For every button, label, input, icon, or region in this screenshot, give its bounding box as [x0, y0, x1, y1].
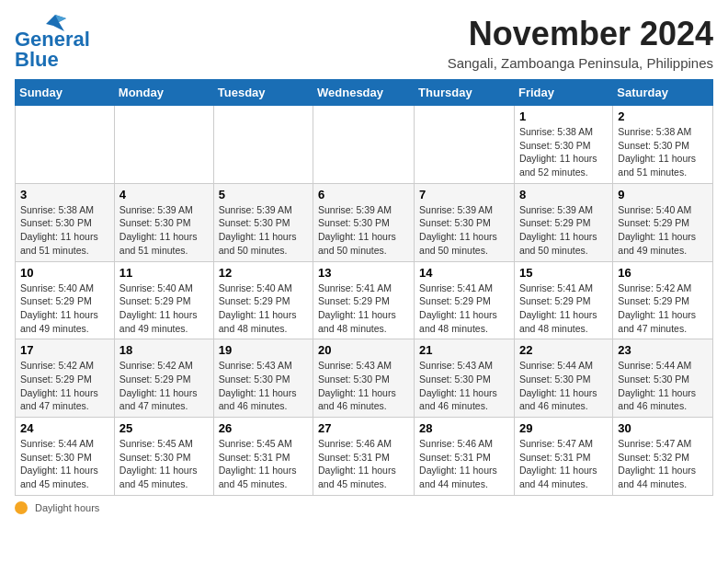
calendar-cell: 13Sunrise: 5:41 AM Sunset: 5:29 PM Dayli…: [313, 261, 415, 339]
calendar-cell: 9Sunrise: 5:40 AM Sunset: 5:29 PM Daylig…: [613, 183, 713, 261]
day-number: 10: [20, 266, 109, 280]
calendar-week-4: 17Sunrise: 5:42 AM Sunset: 5:29 PM Dayli…: [16, 339, 713, 418]
calendar-cell: 23Sunrise: 5:44 AM Sunset: 5:30 PM Dayli…: [613, 339, 713, 418]
day-number: 12: [219, 266, 308, 280]
day-number: 21: [419, 343, 509, 357]
calendar-cell: 15Sunrise: 5:41 AM Sunset: 5:29 PM Dayli…: [514, 261, 612, 339]
col-header-tuesday: Tuesday: [213, 80, 313, 106]
calendar-cell: 26Sunrise: 5:45 AM Sunset: 5:31 PM Dayli…: [213, 418, 313, 496]
calendar-cell: 18Sunrise: 5:42 AM Sunset: 5:29 PM Dayli…: [114, 339, 213, 418]
day-info: Sunrise: 5:38 AM Sunset: 5:30 PM Dayligh…: [618, 125, 708, 179]
day-info: Sunrise: 5:41 AM Sunset: 5:29 PM Dayligh…: [519, 282, 608, 336]
month-title: November 2024: [448, 15, 713, 53]
calendar-cell: 16Sunrise: 5:42 AM Sunset: 5:29 PM Dayli…: [613, 261, 713, 339]
col-header-saturday: Saturday: [613, 80, 713, 106]
sun-icon: [15, 501, 28, 514]
day-info: Sunrise: 5:38 AM Sunset: 5:30 PM Dayligh…: [519, 125, 608, 179]
day-info: Sunrise: 5:43 AM Sunset: 5:30 PM Dayligh…: [419, 359, 509, 413]
day-number: 1: [519, 109, 608, 123]
calendar-header-row: SundayMondayTuesdayWednesdayThursdayFrid…: [16, 80, 713, 106]
calendar-cell: 11Sunrise: 5:40 AM Sunset: 5:29 PM Dayli…: [114, 261, 213, 339]
calendar-cell: 12Sunrise: 5:40 AM Sunset: 5:29 PM Dayli…: [213, 261, 313, 339]
day-number: 7: [419, 188, 509, 201]
calendar-cell: 1Sunrise: 5:38 AM Sunset: 5:30 PM Daylig…: [514, 106, 612, 184]
day-info: Sunrise: 5:40 AM Sunset: 5:29 PM Dayligh…: [119, 282, 209, 336]
calendar-cell: 30Sunrise: 5:47 AM Sunset: 5:32 PM Dayli…: [613, 418, 713, 496]
day-info: Sunrise: 5:46 AM Sunset: 5:31 PM Dayligh…: [419, 437, 509, 491]
col-header-sunday: Sunday: [16, 80, 115, 106]
calendar-cell: 27Sunrise: 5:46 AM Sunset: 5:31 PM Dayli…: [313, 418, 415, 496]
day-info: Sunrise: 5:46 AM Sunset: 5:31 PM Dayligh…: [318, 437, 409, 491]
day-info: Sunrise: 5:42 AM Sunset: 5:29 PM Dayligh…: [119, 359, 209, 413]
calendar-cell: [213, 106, 313, 184]
location-subtitle: Sangali, Zamboanga Peninsula, Philippine…: [448, 55, 713, 71]
col-header-friday: Friday: [514, 80, 612, 106]
day-info: Sunrise: 5:41 AM Sunset: 5:29 PM Dayligh…: [318, 282, 409, 336]
calendar-cell: 28Sunrise: 5:46 AM Sunset: 5:31 PM Dayli…: [415, 418, 515, 496]
calendar-cell: 17Sunrise: 5:42 AM Sunset: 5:29 PM Dayli…: [16, 339, 115, 418]
day-number: 6: [318, 188, 409, 201]
day-number: 23: [618, 343, 708, 357]
calendar-cell: 24Sunrise: 5:44 AM Sunset: 5:30 PM Dayli…: [16, 418, 115, 496]
day-info: Sunrise: 5:44 AM Sunset: 5:30 PM Dayligh…: [618, 359, 708, 413]
calendar-week-3: 10Sunrise: 5:40 AM Sunset: 5:29 PM Dayli…: [16, 261, 713, 339]
day-number: 20: [318, 343, 409, 357]
day-info: Sunrise: 5:41 AM Sunset: 5:29 PM Dayligh…: [419, 282, 509, 336]
day-number: 19: [219, 343, 308, 357]
day-number: 25: [119, 421, 209, 435]
calendar-cell: 21Sunrise: 5:43 AM Sunset: 5:30 PM Dayli…: [415, 339, 515, 418]
day-number: 14: [419, 266, 509, 280]
day-number: 16: [618, 266, 708, 280]
calendar-cell: 5Sunrise: 5:39 AM Sunset: 5:30 PM Daylig…: [213, 183, 313, 261]
calendar-cell: [313, 106, 415, 184]
calendar-cell: [114, 106, 213, 184]
calendar-cell: 2Sunrise: 5:38 AM Sunset: 5:30 PM Daylig…: [613, 106, 713, 184]
calendar-cell: 22Sunrise: 5:44 AM Sunset: 5:30 PM Dayli…: [514, 339, 612, 418]
day-info: Sunrise: 5:42 AM Sunset: 5:29 PM Dayligh…: [618, 282, 708, 336]
day-number: 15: [519, 266, 608, 280]
day-number: 13: [318, 266, 409, 280]
calendar-cell: 3Sunrise: 5:38 AM Sunset: 5:30 PM Daylig…: [16, 183, 115, 261]
svg-marker-0: [46, 15, 66, 31]
day-info: Sunrise: 5:39 AM Sunset: 5:29 PM Dayligh…: [519, 203, 608, 258]
footer-note: Daylight hours: [15, 501, 713, 514]
day-number: 2: [618, 109, 708, 123]
day-number: 24: [20, 421, 109, 435]
calendar-cell: 25Sunrise: 5:45 AM Sunset: 5:30 PM Dayli…: [114, 418, 213, 496]
calendar-cell: [415, 106, 515, 184]
day-number: 4: [119, 188, 209, 201]
day-info: Sunrise: 5:40 AM Sunset: 5:29 PM Dayligh…: [618, 203, 708, 258]
calendar-cell: 10Sunrise: 5:40 AM Sunset: 5:29 PM Dayli…: [16, 261, 115, 339]
calendar-cell: 29Sunrise: 5:47 AM Sunset: 5:31 PM Dayli…: [514, 418, 612, 496]
day-number: 11: [119, 266, 209, 280]
calendar-week-2: 3Sunrise: 5:38 AM Sunset: 5:30 PM Daylig…: [16, 183, 713, 261]
col-header-monday: Monday: [114, 80, 213, 106]
day-number: 3: [20, 188, 109, 201]
calendar-cell: 6Sunrise: 5:39 AM Sunset: 5:30 PM Daylig…: [313, 183, 415, 261]
day-number: 5: [219, 188, 308, 201]
day-number: 18: [119, 343, 209, 357]
day-number: 27: [318, 421, 409, 435]
calendar-cell: 14Sunrise: 5:41 AM Sunset: 5:29 PM Dayli…: [415, 261, 515, 339]
day-info: Sunrise: 5:40 AM Sunset: 5:29 PM Dayligh…: [20, 282, 109, 336]
col-header-wednesday: Wednesday: [313, 80, 415, 106]
daylight-label: Daylight hours: [35, 502, 99, 513]
calendar-week-5: 24Sunrise: 5:44 AM Sunset: 5:30 PM Dayli…: [16, 418, 713, 496]
day-info: Sunrise: 5:43 AM Sunset: 5:30 PM Dayligh…: [219, 359, 308, 413]
day-info: Sunrise: 5:40 AM Sunset: 5:29 PM Dayligh…: [219, 282, 308, 336]
day-number: 9: [618, 188, 708, 201]
day-number: 26: [219, 421, 308, 435]
day-info: Sunrise: 5:44 AM Sunset: 5:30 PM Dayligh…: [519, 359, 608, 413]
day-info: Sunrise: 5:38 AM Sunset: 5:30 PM Dayligh…: [20, 203, 109, 258]
day-info: Sunrise: 5:39 AM Sunset: 5:30 PM Dayligh…: [318, 203, 409, 258]
day-info: Sunrise: 5:45 AM Sunset: 5:30 PM Dayligh…: [119, 437, 209, 491]
day-number: 17: [20, 343, 109, 357]
day-info: Sunrise: 5:47 AM Sunset: 5:32 PM Dayligh…: [618, 437, 708, 491]
day-info: Sunrise: 5:45 AM Sunset: 5:31 PM Dayligh…: [219, 437, 308, 491]
page-header: General Blue November 2024 Sangali, Zamb…: [15, 15, 713, 72]
calendar-cell: 8Sunrise: 5:39 AM Sunset: 5:29 PM Daylig…: [514, 183, 612, 261]
col-header-thursday: Thursday: [415, 80, 515, 106]
logo: General Blue: [15, 15, 66, 72]
day-number: 30: [618, 421, 708, 435]
calendar-table: SundayMondayTuesdayWednesdayThursdayFrid…: [15, 79, 713, 496]
